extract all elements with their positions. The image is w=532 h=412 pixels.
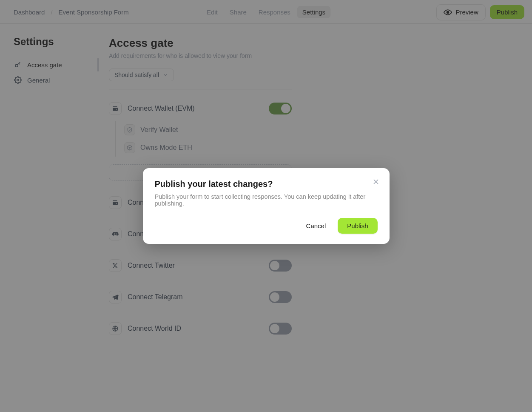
cancel-button[interactable]: Cancel	[300, 218, 332, 234]
modal-actions: Cancel Publish	[155, 218, 378, 234]
close-icon[interactable]	[372, 177, 380, 186]
modal-publish-button[interactable]: Publish	[338, 218, 377, 234]
modal-title: Publish your latest changes?	[155, 179, 378, 189]
publish-modal: Publish your latest changes? Publish you…	[143, 168, 390, 244]
modal-overlay[interactable]: Publish your latest changes? Publish you…	[0, 0, 532, 412]
modal-body: Publish your form to start collecting re…	[155, 193, 378, 207]
